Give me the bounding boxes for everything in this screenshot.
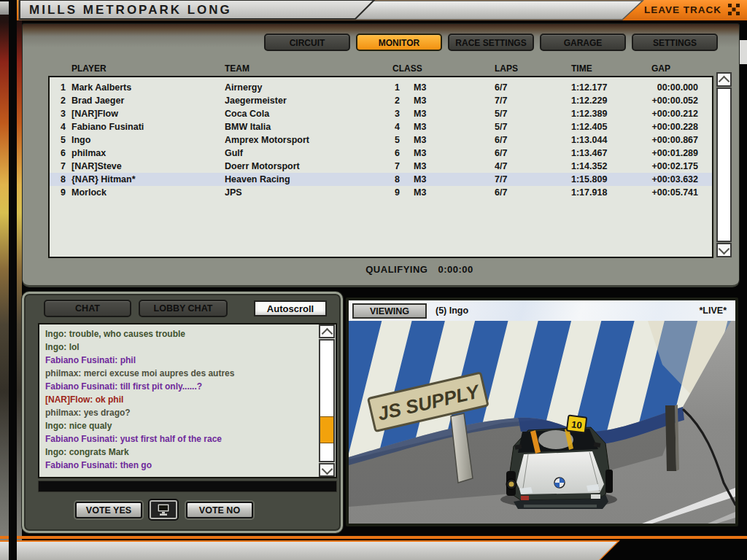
leave-track-button[interactable]: LEAVE TRACK <box>643 0 744 19</box>
scroll-up-button[interactable] <box>319 324 335 338</box>
row-class-position: 7 <box>385 160 406 173</box>
chat-input-field[interactable] <box>38 481 337 492</box>
standings-row[interactable]: 8 {NAR} Hitman* Heaven Racing 8 M3 7/7 1… <box>50 173 712 186</box>
standings-row[interactable]: 4 Fabiano Fusinati BMW Italia 4 M3 5/7 1… <box>50 120 712 133</box>
row-time: 1:17.918 <box>571 186 651 199</box>
tab-lobby-chat[interactable]: LOBBY CHAT <box>139 300 228 317</box>
chat-message-list: Ingo: trouble, who causes trouble Ingo: … <box>45 327 315 475</box>
row-gap: 00:00.000 <box>651 81 698 94</box>
row-class-position: 9 <box>385 186 406 199</box>
chat-message: Ingo: nice qualy <box>45 419 315 432</box>
row-time: 1:15.809 <box>571 173 651 186</box>
spectate-monitor-button[interactable] <box>150 500 177 519</box>
col-position <box>50 61 71 76</box>
row-laps: 5/7 <box>495 120 571 133</box>
row-position: 8 <box>50 173 71 186</box>
standings-body: 1 Mark Aalberts Airnergy 1 M3 6/7 1:12.1… <box>50 81 712 199</box>
scrollbar-thumb[interactable] <box>716 88 732 242</box>
background-fragment <box>739 40 747 64</box>
tab-race-settings[interactable]: RACE SETTINGS <box>448 34 534 51</box>
row-laps: 6/7 <box>495 186 571 199</box>
session-clock: 0:00:00 <box>438 262 473 277</box>
tab-monitor[interactable]: MONITOR <box>356 34 442 51</box>
row-time: 1:13.044 <box>571 133 651 147</box>
row-team: Coca Cola <box>225 107 385 120</box>
chevron-down-icon <box>321 464 333 475</box>
monitor-icon <box>156 503 171 516</box>
bottom-accent-line <box>0 536 747 539</box>
tab-circuit[interactable]: CIRCUIT <box>264 34 350 51</box>
row-class: M3 <box>406 94 495 107</box>
tab-settings[interactable]: SETTINGS <box>632 34 718 51</box>
col-gap: GAP <box>651 61 698 76</box>
standings-row[interactable]: 9 Morlock JPS 9 M3 6/7 1:17.918 +00:05.7… <box>50 186 712 199</box>
scrollbar-track[interactable] <box>319 339 335 462</box>
vote-yes-button[interactable]: VOTE YES <box>75 502 142 518</box>
top-left-fragment <box>0 1 9 15</box>
row-position: 4 <box>50 120 71 133</box>
row-class-position: 8 <box>385 173 406 186</box>
standings-scrollbar[interactable] <box>716 72 732 257</box>
standings-row[interactable]: 3 [NAR]Flow Coca Cola 3 M3 5/7 1:12.389 … <box>50 107 712 120</box>
row-class: M3 <box>406 107 495 120</box>
row-team: BMW Italia <box>225 120 385 133</box>
row-position: 5 <box>50 133 71 147</box>
chat-message: Fabiano Fusinati: then go <box>45 459 315 472</box>
row-gap: +00:05.741 <box>651 186 698 199</box>
chat-message: philmax: merci excuse moi aupres des aut… <box>45 367 315 380</box>
row-class: M3 <box>406 120 495 133</box>
leave-track-label: LEAVE TRACK <box>644 4 721 15</box>
car-number-plate: 10 <box>567 416 587 433</box>
scroll-down-button[interactable] <box>319 463 335 477</box>
row-time: 1:12.405 <box>571 120 651 133</box>
bottom-bar <box>0 542 617 560</box>
left-black-stripe <box>9 0 17 560</box>
row-laps: 6/7 <box>495 147 571 160</box>
row-class: M3 <box>406 173 495 186</box>
row-player: philmax <box>71 147 225 160</box>
checkered-x-icon <box>728 4 740 15</box>
track-scene-viewport: JS SUPPLY 10 <box>349 321 735 524</box>
row-laps: 5/7 <box>495 107 571 120</box>
row-player: Brad Jaeger <box>71 94 225 107</box>
standings-row[interactable]: 5 Ingo Amprex Motorsport 5 M3 6/7 1:13.0… <box>50 133 712 147</box>
row-position: 6 <box>50 147 71 160</box>
row-gap: +00:02.175 <box>651 160 698 173</box>
session-phase: QUALIFYING <box>365 262 427 277</box>
standings-table: 1 Mark Aalberts Airnergy 1 M3 6/7 1:12.1… <box>48 76 713 258</box>
row-team: Jaegermeister <box>225 94 385 107</box>
row-laps: 7/7 <box>495 94 571 107</box>
tab-chat[interactable]: CHAT <box>44 300 131 317</box>
chat-scrollbar[interactable] <box>319 324 335 477</box>
standings-row[interactable]: 7 [NAR]Steve Doerr Motorsport 7 M3 4/7 1… <box>50 160 712 173</box>
row-player: {NAR} Hitman* <box>71 173 225 186</box>
row-team: Doerr Motorsport <box>225 160 385 173</box>
standings-row[interactable]: 1 Mark Aalberts Airnergy 1 M3 6/7 1:12.1… <box>50 81 712 94</box>
col-laps: LAPS <box>495 61 571 76</box>
row-time: 1:14.352 <box>571 160 651 173</box>
scrollbar-thumb[interactable] <box>320 416 333 443</box>
row-laps: 6/7 <box>495 81 571 94</box>
row-class-position: 3 <box>385 107 406 120</box>
viewing-button[interactable]: VIEWING <box>352 303 427 319</box>
row-class: M3 <box>406 147 495 160</box>
scroll-down-button[interactable] <box>716 243 732 257</box>
row-class-position: 2 <box>385 94 406 107</box>
row-position: 2 <box>50 94 71 107</box>
row-player: [NAR]Flow <box>71 107 225 120</box>
row-position: 1 <box>50 81 71 94</box>
row-time: 1:12.389 <box>571 107 651 120</box>
chat-message-box: Ingo: trouble, who causes trouble Ingo: … <box>38 323 337 478</box>
row-position: 9 <box>50 186 71 199</box>
chat-message: Fabiano Fusinati: till first pit only...… <box>45 380 315 393</box>
row-class-position: 6 <box>385 147 406 160</box>
row-player: Ingo <box>71 133 225 147</box>
standings-row[interactable]: 6 philmax Gulf 6 M3 6/7 1:13.467 +00:01.… <box>50 147 712 160</box>
tab-garage[interactable]: GARAGE <box>540 34 626 51</box>
scroll-up-button[interactable] <box>716 72 732 87</box>
standings-row[interactable]: 2 Brad Jaeger Jaegermeister 2 M3 7/7 1:1… <box>50 94 712 107</box>
row-class: M3 <box>406 133 495 147</box>
track-title: MILLS METROPARK LONG <box>29 2 232 18</box>
autoscroll-button[interactable]: Autoscroll <box>254 300 327 316</box>
vote-no-button[interactable]: VOTE NO <box>186 502 253 518</box>
